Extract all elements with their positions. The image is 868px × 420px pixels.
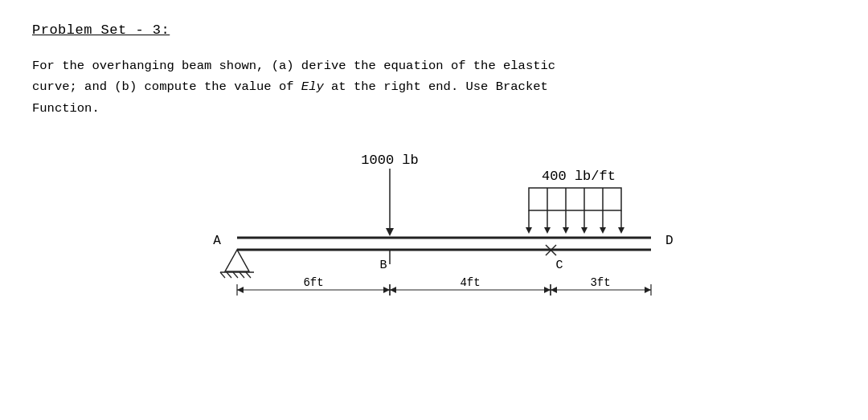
desc-line2b: at the right end. Use Bracket [324,80,548,94]
label-c: C [555,259,563,272]
point-load-head [386,228,394,236]
point-load-label: 1000 lb [361,153,418,168]
dim-3ft-arrow-left [551,287,557,293]
dim-6ft-arrow-left [237,287,244,293]
dim-4ft-label: 4ft [460,276,480,289]
support-a-triangle [225,250,249,271]
dim-6ft-label: 6ft [303,276,323,289]
support-a-hatch5 [246,272,251,278]
label-b: B [379,259,387,272]
dist-arrow-4-head [581,227,588,234]
desc-line3: Function. [32,101,100,116]
desc-ely: Ely [301,80,324,94]
desc-line1: For the overhanging beam shown, (a) deri… [32,59,555,73]
support-a-hatch2 [227,272,231,278]
dist-load-label: 400 lb/ft [542,169,616,184]
desc-line2: curve; and (b) compute the value of [32,80,301,94]
dist-arrow-2-head [544,227,551,234]
dist-arrow-6-head [618,227,624,234]
dim-3ft-arrow-right [645,287,651,293]
dist-arrow-3-head [563,227,569,234]
support-a-hatch3 [233,272,238,278]
support-a-hatch1 [220,272,225,278]
problem-title: Problem Set - 3: [32,22,836,38]
dim-4ft-arrow-left [390,287,396,293]
dim-4ft-arrow-right [544,287,551,293]
dist-arrow-1-head [526,227,532,234]
support-a-hatch4 [240,272,244,278]
dim-3ft-label: 3ft [590,276,610,289]
label-a: A [213,234,221,248]
label-d: D [665,234,674,248]
problem-description: For the overhanging beam shown, (a) deri… [32,55,836,119]
dim-6ft-arrow-right [383,287,390,293]
dist-load-rect [529,188,621,210]
beam-diagram-svg: 1000 lb 400 lb/ft [185,141,683,366]
dist-arrow-5-head [600,227,606,234]
beam-diagram-area: 1000 lb 400 lb/ft [32,141,836,366]
